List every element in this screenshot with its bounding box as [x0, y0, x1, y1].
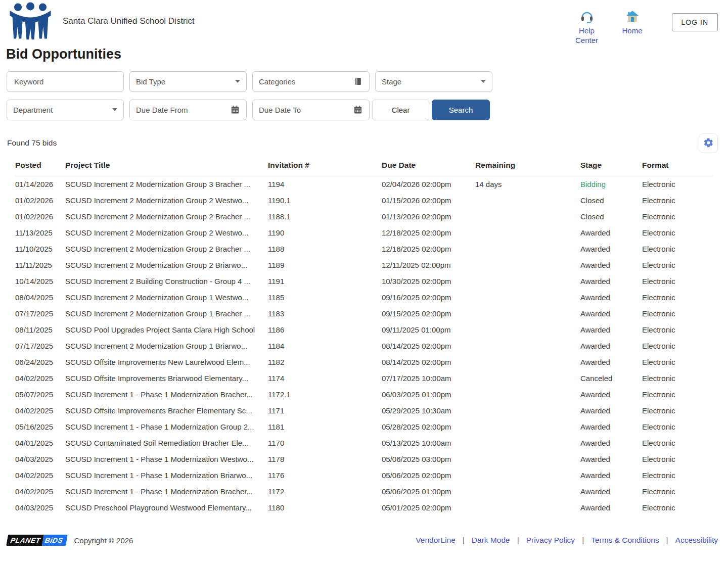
cell-invitation: 1172	[268, 484, 382, 500]
keyword-input[interactable]	[13, 77, 117, 86]
categories-field[interactable]: Categories	[252, 71, 370, 92]
org-name: Santa Clara Unified School District	[63, 16, 195, 26]
cell-project-title: SCUSD Preschool Playground Westwood Elem…	[65, 500, 268, 516]
table-row[interactable]: 10/14/2025 SCUSD Increment 2 Building Co…	[15, 273, 713, 290]
cell-posted: 05/07/2025	[15, 387, 65, 403]
help-center-label: Help Center	[571, 26, 603, 45]
cell-posted: 04/02/2025	[15, 484, 65, 500]
table-row[interactable]: 08/11/2025 SCUSD Pool Upgrades Project S…	[15, 322, 713, 338]
cell-invitation: 1184	[268, 338, 382, 354]
cell-project-title: SCUSD Increment 1 - Phase 1 Modernizatio…	[65, 419, 268, 435]
help-center-link[interactable]: Help Center	[571, 9, 603, 45]
keyword-field[interactable]	[7, 71, 124, 92]
cell-invitation: 1170	[268, 435, 382, 451]
cell-posted: 11/13/2025	[15, 225, 65, 241]
table-row[interactable]: 04/02/2025 SCUSD Offsite Improvements Br…	[15, 403, 713, 419]
cell-invitation: 1171	[268, 403, 382, 419]
table-row[interactable]: 04/03/2025 SCUSD Preschool Playground We…	[15, 500, 713, 516]
table-row[interactable]: 01/14/2026 SCUSD Increment 2 Modernizati…	[15, 176, 713, 193]
table-row[interactable]: 07/17/2025 SCUSD Increment 2 Modernizati…	[15, 338, 713, 354]
cell-format: Electronic	[642, 467, 713, 484]
cell-due-date: 10/30/2025 02:00pm	[382, 273, 475, 290]
table-row[interactable]: 04/01/2025 SCUSD Contaminated Soil Remed…	[15, 435, 713, 451]
categories-label: Categories	[259, 77, 296, 86]
table-row[interactable]: 04/02/2025 SCUSD Increment 1 - Phase 1 M…	[15, 484, 713, 500]
cell-posted: 07/17/2025	[15, 306, 65, 322]
table-row[interactable]: 04/02/2025 SCUSD Increment 1 - Phase 1 M…	[15, 467, 713, 484]
cell-format: Electronic	[642, 387, 713, 403]
cell-project-title: SCUSD Increment 2 Modernization Group 3 …	[65, 176, 268, 193]
cell-stage: Bidding	[580, 176, 642, 193]
cell-remaining	[475, 209, 580, 225]
due-date-from-field[interactable]: Due Date From	[129, 100, 247, 120]
headset-icon	[579, 9, 595, 24]
cell-stage: Awarded	[580, 435, 642, 451]
footer-link-vendorline[interactable]: VendorLine	[416, 536, 455, 545]
cell-posted: 04/03/2025	[15, 500, 65, 516]
cell-posted: 08/04/2025	[15, 290, 65, 306]
cell-format: Electronic	[642, 451, 713, 467]
cell-project-title: SCUSD Offsite Improvements Briarwood Ele…	[65, 370, 268, 387]
footer-separator: |	[666, 536, 668, 545]
cell-due-date: 09/16/2025 02:00pm	[382, 290, 475, 306]
cell-invitation: 1172.1	[268, 387, 382, 403]
cell-remaining	[475, 290, 580, 306]
table-row[interactable]: 11/13/2025 SCUSD Increment 2 Modernizati…	[15, 225, 713, 241]
page-header: Santa Clara Unified School District Help…	[0, 0, 728, 45]
page-footer: PLANET BiDS Copyright © 2026 VendorLine …	[7, 535, 718, 546]
results-count: Found 75 bids	[7, 138, 57, 148]
cell-invitation: 1190.1	[268, 193, 382, 209]
cell-due-date: 08/14/2025 02:00pm	[382, 354, 475, 370]
clear-button[interactable]: Clear	[372, 100, 429, 120]
footer-link-terms-conditions[interactable]: Terms & Conditions	[591, 536, 659, 545]
table-row[interactable]: 07/17/2025 SCUSD Increment 2 Modernizati…	[15, 306, 713, 322]
table-row[interactable]: 05/07/2025 SCUSD Increment 1 - Phase 1 M…	[15, 387, 713, 403]
cell-stage: Awarded	[580, 225, 642, 241]
page-title: Bid Opportunities	[6, 46, 728, 62]
footer-link-accessibility[interactable]: Accessibility	[675, 536, 718, 545]
bid-type-select[interactable]: Bid Type	[129, 71, 247, 92]
cell-project-title: SCUSD Pool Upgrades Project Santa Clara …	[65, 322, 268, 338]
table-row[interactable]: 08/04/2025 SCUSD Increment 2 Modernizati…	[15, 290, 713, 306]
cell-format: Electronic	[642, 257, 713, 273]
cell-stage: Awarded	[580, 403, 642, 419]
cell-format: Electronic	[642, 403, 713, 419]
cell-due-date: 05/06/2025 03:00pm	[382, 451, 475, 467]
cell-posted: 10/14/2025	[15, 273, 65, 290]
footer-links: VendorLine | Dark Mode | Privacy Policy …	[416, 536, 718, 545]
cell-remaining	[475, 354, 580, 370]
table-row[interactable]: 01/02/2026 SCUSD Increment 2 Modernizati…	[15, 209, 713, 225]
chevron-down-icon	[235, 80, 240, 83]
table-row[interactable]: 11/11/2025 SCUSD Increment 2 Modernizati…	[15, 257, 713, 273]
bids-table: Posted Project Title Invitation # Due Da…	[15, 156, 713, 516]
department-select[interactable]: Department	[7, 100, 124, 120]
cell-due-date: 06/03/2025 01:00pm	[382, 387, 475, 403]
table-settings-button[interactable]	[699, 133, 718, 153]
cell-project-title: SCUSD Increment 2 Modernization Group 2 …	[65, 225, 268, 241]
cell-project-title: SCUSD Increment 1 - Phase 1 Modernizatio…	[65, 451, 268, 467]
due-date-from-label: Due Date From	[136, 106, 188, 114]
table-row[interactable]: 05/16/2025 SCUSD Increment 1 - Phase 1 M…	[15, 419, 713, 435]
table-row[interactable]: 06/24/2025 SCUSD Offsite Improvements Ne…	[15, 354, 713, 370]
table-row[interactable]: 04/03/2025 SCUSD Increment 1 - Phase 1 M…	[15, 451, 713, 467]
stage-select[interactable]: Stage	[375, 71, 492, 92]
cell-project-title: SCUSD Increment 2 Modernization Group 1 …	[65, 290, 268, 306]
results-bar: Found 75 bids	[7, 133, 718, 153]
login-button[interactable]: LOG IN	[672, 13, 718, 31]
cell-invitation: 1182	[268, 354, 382, 370]
table-row[interactable]: 11/10/2025 SCUSD Increment 2 Modernizati…	[15, 241, 713, 257]
cell-invitation: 1188.1	[268, 209, 382, 225]
cell-invitation: 1188	[268, 241, 382, 257]
cell-remaining	[475, 484, 580, 500]
table-row[interactable]: 01/02/2026 SCUSD Increment 2 Modernizati…	[15, 193, 713, 209]
stage-label: Stage	[382, 77, 401, 86]
home-link[interactable]: Home	[616, 9, 649, 36]
cell-format: Electronic	[642, 322, 713, 338]
footer-link-dark-mode[interactable]: Dark Mode	[472, 536, 510, 545]
table-row[interactable]: 04/02/2025 SCUSD Offsite Improvements Br…	[15, 370, 713, 387]
footer-link-privacy-policy[interactable]: Privacy Policy	[526, 536, 575, 545]
due-date-to-field[interactable]: Due Date To	[252, 100, 370, 120]
search-button[interactable]: Search	[432, 100, 490, 120]
cell-remaining	[475, 500, 580, 516]
cell-due-date: 05/01/2025 02:00pm	[382, 500, 475, 516]
